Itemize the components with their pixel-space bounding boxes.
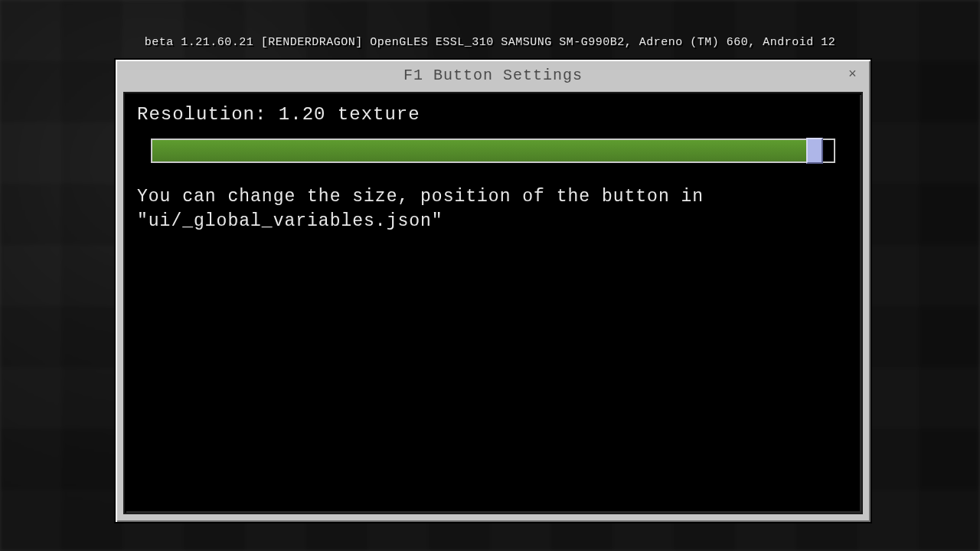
dialog-title: F1 Button Settings [403,67,583,84]
settings-panel: Resolution: 1.20 texture You can change … [123,92,863,514]
resolution-slider[interactable] [151,139,835,163]
slider-fill [152,140,814,161]
debug-line-1: beta 1.21.60.21 [RENDERDRAGON] OpenGLES … [0,35,980,51]
resolution-label: Resolution: 1.20 texture [137,104,849,125]
close-button[interactable]: × [843,64,863,84]
settings-dialog: F1 Button Settings × Resolution: 1.20 te… [114,58,872,523]
dialog-titlebar: F1 Button Settings × [116,60,871,90]
slider-thumb[interactable] [806,138,823,164]
hint-text: You can change the size, position of the… [137,184,841,233]
close-icon: × [848,67,858,82]
